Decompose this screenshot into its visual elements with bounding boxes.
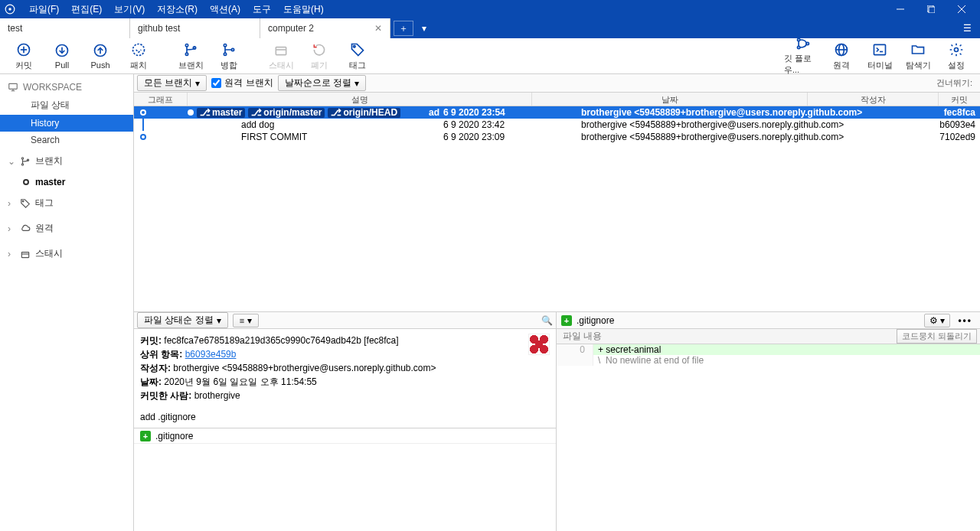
maximize-button[interactable] — [916, 0, 946, 18]
sidebar-branch-master[interactable]: master — [0, 174, 133, 191]
col-desc[interactable]: 설명 — [188, 93, 532, 106]
col-graph[interactable]: 그래프 — [134, 93, 188, 106]
chevron-down-icon: ⌄ — [8, 156, 15, 167]
diff-content[interactable]: 0+ secret-animal \ No newline at end of … — [557, 344, 980, 531]
row-date: 6 9 2020 23:42 — [443, 119, 581, 130]
commit-button[interactable]: 커밋 — [5, 38, 43, 73]
hamburger-menu[interactable]: ☰ — [960, 18, 980, 38]
sort-dropdown[interactable]: 날짜순으로 정렬▾ — [278, 75, 366, 91]
menu-repo[interactable]: 저장소(R) — [151, 2, 204, 18]
remotes-label: 원격 — [35, 222, 54, 235]
sidebar-history[interactable]: History — [0, 115, 133, 132]
pull-button[interactable]: Pull — [43, 38, 81, 73]
checkbox-input[interactable] — [211, 78, 221, 88]
chevron-down-icon: ▾ — [217, 315, 221, 326]
branch-badge-origin-head: ⎇origin/HEAD — [328, 108, 400, 118]
more-menu-button[interactable]: ••• — [955, 315, 975, 326]
chevron-right-icon: › — [8, 223, 15, 234]
branch-badge-origin-master: ⎇origin/master — [248, 108, 325, 118]
sidebar-stashes-group[interactable]: › 스태시 — [0, 241, 133, 266]
diff-toolbar: + .gitignore ⚙▾ ••• — [557, 312, 980, 329]
tags-label: 태그 — [35, 197, 54, 210]
sidebar-search[interactable]: Search — [0, 132, 133, 148]
history-row[interactable]: ⎇master ⎇origin/master ⎇origin/HEAD ad 6… — [134, 106, 980, 119]
menu-edit[interactable]: 편집(E) — [65, 2, 108, 18]
menu-help[interactable]: 도움말(H) — [277, 2, 330, 18]
row-hash: fec8fca — [939, 107, 980, 118]
push-button[interactable]: Push — [81, 38, 119, 73]
tab-close-icon[interactable]: ✕ — [374, 23, 382, 34]
minimize-button[interactable] — [885, 0, 916, 18]
parent-link[interactable]: b6093e459b — [185, 349, 237, 360]
svg-point-19 — [224, 53, 226, 55]
menu-action[interactable]: 액션(A) — [204, 2, 247, 18]
toolbar-label: 패치 — [130, 60, 147, 71]
graph-node-icon — [140, 134, 146, 140]
info-label: 커밋한 사람: — [140, 390, 191, 401]
tab-add-button[interactable]: ＋ — [394, 21, 413, 36]
remote-branches-checkbox[interactable]: 원격 브랜치 — [211, 77, 273, 90]
settings-icon — [948, 41, 965, 58]
sidebar-filestatus[interactable]: 파일 상태 — [0, 96, 133, 115]
svg-point-31 — [955, 47, 959, 51]
row-hash: 7102ed9 — [939, 132, 980, 142]
tab-label: test — [8, 23, 22, 34]
branch-icon — [20, 156, 31, 167]
row-desc: FIRST COMMIT — [188, 132, 425, 142]
tab-github-test[interactable]: github test — [130, 18, 260, 38]
terminal-button[interactable]: 터미널 — [861, 38, 899, 73]
sidebar-tags-group[interactable]: › 태그 — [0, 191, 133, 216]
svg-rect-29 — [874, 44, 886, 54]
col-commit[interactable]: 커밋 — [939, 93, 980, 106]
sidebar-workspace-header: WORKSPACE — [0, 74, 133, 96]
history-list[interactable]: ⎇master ⎇origin/master ⎇origin/HEAD ad 6… — [134, 106, 980, 311]
svg-point-23 — [798, 38, 800, 41]
menu-tools[interactable]: 도구 — [247, 2, 277, 18]
branch-badge-master: ⎇master — [197, 108, 245, 118]
remote-button[interactable]: 원격 — [822, 38, 861, 73]
window-controls — [885, 0, 977, 18]
tab-dropdown-button[interactable]: ▾ — [416, 18, 432, 38]
file-sort-dropdown[interactable]: 파일 상태순 정렬▾ — [137, 312, 228, 328]
search-icon[interactable]: 🔍 — [541, 315, 553, 326]
sidebar-branches-group[interactable]: ⌄ 브랜치 — [0, 148, 133, 174]
toolbar-label: 탐색기 — [906, 60, 931, 71]
svg-point-18 — [224, 44, 226, 46]
diff-line-number — [557, 355, 593, 366]
dropdown-label: 날짜순으로 정렬 — [285, 77, 351, 90]
changed-file-row[interactable]: + .gitignore — [134, 428, 556, 444]
row-author: brothergive <59458889+brothergive@users.… — [581, 119, 939, 130]
explorer-button[interactable]: 탐색기 — [899, 38, 937, 73]
patch-button[interactable]: 패치 — [119, 38, 158, 73]
diff-settings-button[interactable]: ⚙▾ — [924, 314, 950, 327]
stashes-label: 스태시 — [35, 247, 63, 260]
menu-file[interactable]: 파일(F) — [23, 2, 65, 18]
row-author: brothergive <59458889+brothergive@users.… — [581, 107, 939, 118]
merge-icon — [220, 41, 237, 58]
col-author[interactable]: 작성자 — [808, 93, 939, 106]
menu-view[interactable]: 보기(V) — [108, 2, 151, 18]
tab-label: github test — [138, 23, 180, 34]
sidebar-remotes-group[interactable]: › 원격 — [0, 216, 133, 241]
branch-button[interactable]: 브랜치 — [172, 38, 210, 73]
stash-icon — [20, 249, 31, 259]
history-row[interactable]: add dog 6 9 2020 23:42 brothergive <5945… — [134, 119, 980, 131]
tag-button[interactable]: 태그 — [338, 38, 377, 73]
chevron-down-icon: ▾ — [940, 315, 945, 326]
tab-test[interactable]: test — [0, 18, 130, 38]
revert-hunk-button[interactable]: 코드뭉치 되돌리기 — [897, 329, 977, 344]
svg-rect-21 — [276, 47, 286, 54]
row-initials: ad — [425, 107, 443, 118]
gear-icon: ⚙ — [929, 315, 938, 326]
all-branches-dropdown[interactable]: 모든 브랜치▾ — [137, 75, 207, 91]
tab-computer-2[interactable]: computer 2✕ — [260, 18, 390, 38]
view-mode-dropdown[interactable]: ≡ ▾ — [233, 314, 259, 327]
col-date[interactable]: 날짜 — [532, 93, 808, 106]
gitflow-button[interactable]: 깃 플로우... — [784, 38, 822, 73]
merge-button[interactable]: 병합 — [210, 38, 248, 73]
tab-label: computer 2 — [268, 23, 314, 34]
settings-button[interactable]: 설정 — [937, 38, 975, 73]
history-row[interactable]: FIRST COMMIT 6 9 2020 23:09 brothergive … — [134, 131, 980, 143]
branch-dot-icon — [23, 179, 29, 185]
close-button[interactable] — [946, 0, 977, 18]
